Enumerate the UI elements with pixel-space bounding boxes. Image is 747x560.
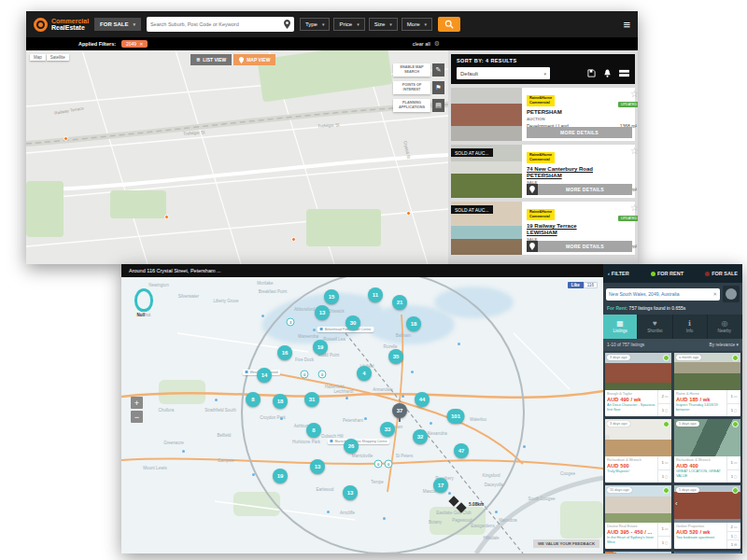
star-favourite-icon[interactable]: ☆ (630, 203, 638, 213)
cluster-marker[interactable]: 18 (406, 316, 421, 331)
cluster-marker[interactable]: 13 (310, 459, 325, 474)
star-favourite-icon[interactable]: ☆ (630, 89, 638, 99)
search-button[interactable] (438, 17, 460, 32)
listing-card[interactable]: 3 days ago (605, 552, 671, 553)
gallery-prev-icon[interactable]: ‹ (675, 499, 678, 508)
cluster-marker[interactable]: 19 (313, 340, 328, 355)
tab-nearby[interactable]: ◎Nearby (708, 315, 742, 339)
small-cluster-marker[interactable]: 0 (385, 460, 393, 469)
filter-chip-2049[interactable]: 2049 ✕ (121, 40, 148, 48)
cluster-marker[interactable]: 15 (324, 289, 339, 304)
remove-chip-icon[interactable]: ✕ (139, 41, 143, 47)
listing-headline-link[interactable]: GREAT LOCATION, GREAT VALUE (676, 469, 725, 478)
alert-bell-icon[interactable] (603, 69, 612, 77)
gallery-prev-icon[interactable]: ‹ (606, 433, 609, 441)
for-sale-dropdown[interactable]: FOR SALE ▾ (94, 18, 141, 31)
commercial-realestate-logo[interactable]: Commercial RealEstate (34, 18, 89, 32)
small-cluster-marker[interactable]: 0 (301, 371, 309, 379)
map-tool-planning-applications[interactable]: PLANNING APPLICATIONS▤ (393, 99, 444, 112)
listing-card[interactable]: 5 days agoRichardson & WrenchAUD 400GREA… (674, 419, 740, 483)
listing-card[interactable]: 3 days agoBrough & TaylorAUD 490 / wkArt… (605, 353, 671, 416)
filter-dropdown-more[interactable]: More▾ (402, 18, 432, 31)
map-pin-button[interactable] (527, 241, 538, 252)
cluster-marker[interactable]: 13 (343, 485, 358, 500)
result-card[interactable]: SOLD AT AUC...Raine&HorneCommercial☆74 N… (451, 145, 635, 198)
listing-headline-link[interactable]: Inspect Thursday 14/03/19 between (676, 403, 725, 412)
listing-title-link[interactable]: PETERSHAM (527, 109, 637, 116)
tab-listings[interactable]: ▦Listings (603, 315, 638, 339)
satellite-type-button[interactable]: Satellite (47, 54, 69, 61)
listing-card[interactable]: 15 days agoDevine Real EstateAUD 395 - 4… (605, 485, 671, 549)
clear-search-icon[interactable]: ✕ (712, 291, 717, 297)
cluster-marker[interactable]: 35 (388, 349, 403, 364)
search-input[interactable] (150, 21, 284, 27)
map-pin-button[interactable] (527, 184, 538, 195)
cluster-marker[interactable]: 33 (380, 422, 395, 437)
cluster-marker[interactable]: 19 (273, 469, 288, 483)
card-view-icon[interactable] (619, 69, 629, 77)
list-view-button[interactable]: ≣ LIST VIEW (190, 54, 232, 65)
cluster-marker[interactable]: 30 (345, 315, 360, 330)
listing-headline-link[interactable]: Truly Majestic! (607, 469, 655, 474)
listing-card[interactable]: 3 days ago‹Richardson & WrenchAUD 500Tru… (605, 419, 671, 483)
for-sale-toggle[interactable]: FOR SALE (705, 271, 738, 276)
cluster-marker[interactable]: 17 (433, 478, 448, 493)
like-button[interactable]: Like (568, 282, 584, 288)
cluster-marker[interactable]: 13 (315, 305, 330, 320)
cluster-marker[interactable]: 8 (306, 423, 321, 438)
listing-card[interactable]: 7 days ago (674, 552, 740, 553)
location-pin-icon[interactable] (284, 20, 290, 29)
feedback-button[interactable]: WE VALUE YOUR FEEDBACK (533, 539, 599, 548)
for-rent-toggle[interactable]: FOR RENT (651, 271, 684, 276)
cluster-marker[interactable]: 101 (447, 409, 465, 424)
map-tool-enable-map-search[interactable]: ENABLE MAP SEARCH✎ (393, 63, 444, 77)
map-view-button[interactable]: MAP VIEW (233, 54, 275, 65)
more-details-button[interactable]: MORE DETAILS (538, 184, 632, 195)
more-details-button[interactable]: MORE DETAILS (538, 241, 632, 252)
listing-title-link[interactable]: 74 New Canterbury RoadPETERSHAM (527, 166, 637, 179)
result-card[interactable]: SOLD AT AUC...Raine&HorneCommercial☆UPDA… (451, 202, 635, 255)
star-favourite-icon[interactable]: ☆ (630, 146, 638, 156)
property-dot-marker[interactable] (164, 215, 169, 219)
map-tool-points-of-interest[interactable]: POINTS OF INTEREST⚑ (393, 81, 444, 94)
facebook-like-widget[interactable]: Like 116 (568, 282, 598, 288)
small-cluster-marker[interactable]: 3 (287, 318, 295, 327)
search-bar[interactable] (147, 17, 294, 32)
cluster-marker[interactable]: 44 (415, 392, 430, 407)
cluster-marker[interactable]: 26 (344, 439, 359, 454)
property-dot-marker[interactable] (291, 237, 296, 242)
cluster-marker[interactable]: 31 (304, 392, 319, 407)
listing-headline-link[interactable]: In the Heart of Sydney's Inner West (607, 536, 655, 544)
filter-dropdown-size[interactable]: Size▾ (369, 18, 398, 31)
cluster-marker[interactable]: 14 (257, 368, 272, 383)
top-map[interactable]: Railway TerraceTrafalgar StTrafalgar StC… (26, 50, 448, 264)
save-search-icon[interactable] (587, 69, 596, 77)
result-card[interactable]: Raine&HorneCommercial☆UPDATEDPETERSHAMAU… (451, 88, 635, 141)
listing-card[interactable]: 5 days ago‹Gerber PropertiesAUD 520 / wk… (674, 485, 740, 549)
map-type-button[interactable]: Map (30, 54, 46, 61)
cluster-marker[interactable]: 11 (368, 287, 383, 302)
tab-info[interactable]: ℹInfo (673, 315, 708, 339)
filter-button[interactable]: ‹ FILTER (608, 271, 629, 276)
small-cluster-marker[interactable]: 0 (318, 371, 327, 379)
zoom-in-button[interactable]: + (131, 397, 143, 409)
sort-select[interactable]: Default ▾ (457, 67, 550, 79)
center-location-marker[interactable]: 37 (392, 403, 407, 418)
cluster-marker[interactable]: 32 (413, 429, 428, 444)
property-dot-marker[interactable] (63, 136, 68, 141)
property-dot-marker[interactable] (406, 211, 411, 216)
small-cluster-marker[interactable]: 0 (374, 460, 383, 469)
more-details-button[interactable]: MORE DETAILS (527, 127, 632, 138)
cluster-marker[interactable]: 21 (392, 295, 407, 310)
tab-shortlist[interactable]: ♥Shortlist (638, 315, 672, 339)
listing-headline-link[interactable]: Art Deco Character - Spacious first floo… (607, 403, 655, 412)
menu-icon[interactable]: ≡ (623, 19, 630, 31)
location-search-input[interactable]: New South Wales, 2049, Australia ✕ (606, 288, 720, 301)
listing-headline-link[interactable]: Two bedroom apartment (676, 536, 725, 540)
bottom-map[interactable]: NewingtonSilverwaterLiberty GroveMortlak… (121, 277, 603, 553)
cluster-marker[interactable]: 4 (357, 366, 372, 381)
cluster-marker[interactable]: 18 (273, 394, 288, 409)
cluster-marker[interactable]: 47 (454, 443, 469, 458)
cluster-marker[interactable]: 16 (277, 345, 292, 360)
user-avatar[interactable] (723, 286, 740, 302)
